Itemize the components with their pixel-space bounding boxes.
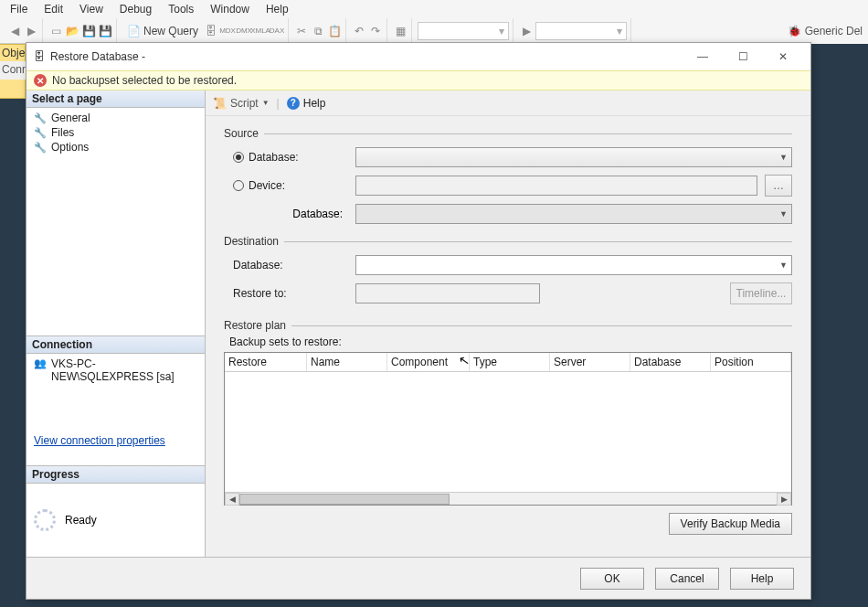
new-query-button[interactable]: 📄 New Query	[122, 22, 202, 40]
dialog-footer: OK Cancel Help	[26, 557, 810, 599]
script-toolbar: 📜 Script ▼ | ? Help	[206, 91, 810, 116]
toolbar-combo-2[interactable]: ▾	[535, 22, 627, 40]
restoreto-label: Restore to:	[233, 287, 287, 300]
dax-icon[interactable]: DAX	[270, 24, 284, 38]
view-connection-properties-link[interactable]: View connection properties	[34, 434, 165, 447]
save-all-icon[interactable]: 💾	[98, 24, 112, 38]
new-file-icon[interactable]: ▭	[48, 24, 63, 38]
bug-icon: 🐞	[788, 25, 801, 37]
menu-edit[interactable]: Edit	[37, 3, 69, 16]
chevron-down-icon: ▼	[779, 261, 788, 270]
col-type[interactable]: Type	[470, 353, 550, 371]
main-menubar: File Edit View Debug Tools Window Help	[0, 0, 868, 18]
minimize-button[interactable]: —	[683, 44, 723, 69]
menu-debug[interactable]: Debug	[113, 3, 158, 16]
menu-file[interactable]: File	[4, 3, 34, 16]
col-database[interactable]: Database	[630, 353, 711, 371]
backup-sets-label: Backup sets to restore:	[229, 335, 792, 348]
undo-icon[interactable]: ↶	[352, 24, 366, 38]
wrench-icon: 🔧	[34, 142, 47, 154]
help-icon: ?	[287, 97, 300, 110]
restore-database-dialog: 🗄 Restore Database - — ☐ ✕ ✕ No backupse…	[26, 42, 811, 600]
generic-debugger-btn[interactable]: 🐞 Generic Del	[782, 18, 868, 44]
connection-header: Connection	[26, 336, 205, 354]
scroll-left-icon[interactable]: ◀	[225, 493, 239, 506]
scroll-right-icon[interactable]: ▶	[777, 493, 791, 506]
verify-backup-media-button[interactable]: Verify Backup Media	[669, 513, 792, 535]
save-icon[interactable]: 💾	[81, 24, 96, 38]
toolbar-combo-1[interactable]: ▾	[418, 22, 509, 40]
db-query-icon[interactable]: 🗄	[204, 24, 218, 38]
cancel-button[interactable]: Cancel	[655, 568, 719, 590]
mdx-icon[interactable]: MDX	[220, 24, 235, 38]
source-database-combo[interactable]: ▼	[355, 147, 792, 167]
new-query-icon: 📄	[126, 24, 141, 38]
connect-label: Conn	[0, 61, 26, 80]
dialog-title: Restore Database -	[50, 50, 145, 63]
chevron-down-icon: ▼	[262, 99, 270, 107]
menu-window[interactable]: Window	[204, 3, 256, 16]
nav-general[interactable]: 🔧General	[34, 111, 197, 125]
warning-bar: ✕ No backupset selected to be restored.	[26, 70, 810, 91]
source-database-radio[interactable]	[233, 152, 244, 163]
script-button[interactable]: 📜 Script ▼	[213, 97, 270, 110]
dmx-icon[interactable]: DMX	[237, 24, 251, 38]
backup-sets-grid[interactable]: Restore Name Component Type Server Datab…	[224, 352, 792, 506]
source-group-label: Source	[224, 127, 792, 140]
col-server[interactable]: Server	[550, 353, 630, 371]
source-db2-label: Database:	[233, 208, 348, 220]
grid-scrollbar[interactable]: ◀ ▶	[225, 492, 791, 505]
error-icon: ✕	[34, 74, 47, 87]
select-page-header: Select a page	[26, 91, 205, 108]
scroll-track[interactable]	[239, 493, 777, 506]
source-device-radio[interactable]	[233, 180, 244, 191]
source-device-label: Device:	[249, 179, 285, 192]
ok-button[interactable]: OK	[580, 568, 644, 590]
new-query-label: New Query	[143, 25, 198, 37]
wrench-icon: 🔧	[34, 127, 47, 139]
execute-icon[interactable]: ▶	[519, 24, 534, 38]
nav-options[interactable]: 🔧Options	[34, 140, 197, 154]
dest-database-combo[interactable]: ▼	[355, 255, 792, 275]
connection-value: VKS-PC-NEW\SQLEXPRESS [sa]	[51, 357, 197, 383]
col-restore[interactable]: Restore	[225, 353, 307, 371]
help-button-footer[interactable]: Help	[730, 568, 794, 590]
progress-header: Progress	[26, 466, 205, 484]
browse-device-button[interactable]: …	[765, 175, 792, 197]
chevron-down-icon: ▼	[779, 209, 788, 218]
dialog-right-pane: 📜 Script ▼ | ? Help Source Database:	[206, 91, 810, 557]
menu-tools[interactable]: Tools	[162, 3, 200, 16]
cut-icon[interactable]: ✂	[294, 24, 309, 38]
open-icon[interactable]: 📂	[65, 24, 79, 38]
dialog-left-nav: Select a page 🔧General 🔧Files 🔧Options C…	[26, 91, 206, 557]
xmla-icon[interactable]: XMLA	[253, 24, 268, 38]
copy-icon[interactable]: ⧉	[311, 24, 325, 38]
nav-fwd-icon[interactable]: ▶	[24, 24, 38, 38]
nav-back-icon[interactable]: ◀	[7, 24, 22, 38]
grid-body	[225, 372, 791, 492]
menu-help[interactable]: Help	[259, 3, 295, 16]
progress-spinner-icon	[34, 509, 56, 531]
scroll-thumb[interactable]	[239, 494, 450, 505]
menu-view[interactable]: View	[73, 3, 110, 16]
chevron-down-icon: ▼	[779, 153, 788, 162]
redo-icon[interactable]: ↷	[368, 24, 383, 38]
nav-files[interactable]: 🔧Files	[34, 125, 197, 140]
destination-group-label: Destination	[224, 235, 792, 248]
source-device-textbox	[355, 176, 757, 196]
restore-plan-group-label: Restore plan	[224, 319, 792, 332]
source-database2-combo: ▼	[355, 204, 792, 224]
maximize-button[interactable]: ☐	[723, 44, 763, 69]
col-component[interactable]: Component	[387, 353, 470, 371]
col-position[interactable]: Position	[711, 353, 791, 371]
paste-icon[interactable]: 📋	[327, 24, 342, 38]
dest-database-label: Database:	[233, 259, 283, 272]
separator: |	[277, 97, 280, 110]
generic-debugger-label: Generic Del	[805, 25, 863, 37]
help-button[interactable]: ? Help	[287, 97, 326, 110]
script-icon: 📜	[213, 97, 227, 110]
close-button[interactable]: ✕	[763, 44, 803, 69]
warning-text: No backupset selected to be restored.	[52, 74, 237, 87]
activity-icon[interactable]: ▦	[393, 24, 408, 38]
col-name[interactable]: Name	[307, 353, 387, 371]
